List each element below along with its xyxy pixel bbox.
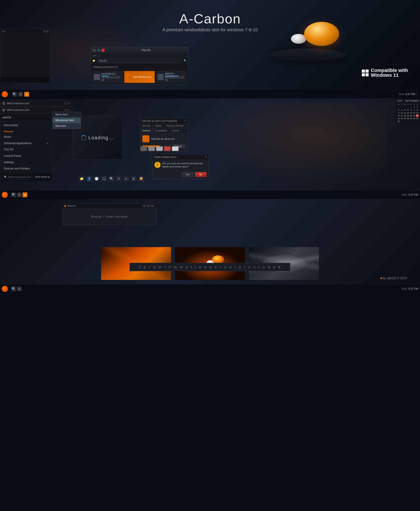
start-orb-3[interactable]	[2, 286, 8, 292]
included-label: 3 p r e m i u m w a l l p a p e r s a r …	[130, 263, 290, 271]
start-search-box[interactable]: 🔍	[2, 174, 32, 180]
start-orb-1[interactable]	[2, 91, 8, 97]
this-pc-title: This PC	[106, 49, 186, 52]
tb-icon-1[interactable]: 📁	[79, 176, 84, 181]
taskbar-lang-2: ENG	[402, 193, 407, 196]
props-close-icon[interactable]: ✕	[184, 119, 186, 122]
start-menu-item-devices[interactable]: Devices and Printers	[0, 165, 52, 172]
mini-win-btn-min[interactable]: _	[143, 205, 146, 207]
taskbar-show-desktop-1[interactable]	[417, 91, 418, 97]
win-btn-max[interactable]	[97, 49, 100, 52]
preview-content	[0, 34, 50, 76]
search-icon: 🔍	[4, 176, 7, 178]
props-app-icon	[142, 135, 150, 142]
app-subtitle: A premium windowblinds skin for windows …	[162, 27, 258, 32]
taskbar-icon-ie-2[interactable]: e	[22, 193, 27, 197]
mini-win-btn-rollup[interactable]: □	[147, 205, 150, 207]
color-swatch-2[interactable]	[148, 147, 155, 151]
delete-buttons: Yes No	[152, 171, 209, 179]
preview-win-max[interactable]	[46, 30, 49, 33]
start-menu-item-controlpanel[interactable]: Control Panel	[0, 153, 52, 159]
taskbar-1: 🔍 ⊞ e ENG 6:37 PM	[0, 90, 420, 98]
taskbar-lang-3: ENG	[402, 288, 407, 290]
props-title-text: Side Bar by adni1.exe Properties	[142, 120, 177, 122]
props-tab-details[interactable]: Details	[153, 124, 164, 128]
tb-icon-9[interactable]: 📦	[138, 176, 144, 181]
start-menu-pictures-header: Pictures	[0, 128, 52, 133]
win-btn-close[interactable]	[102, 49, 105, 52]
delete-yes-button[interactable]: Yes	[181, 172, 194, 177]
drive-item-e[interactable]: ADNI (E:) 599 GB free of 1.81 TB	[156, 71, 187, 83]
props-icon-row: Side Bar by adni1.exe	[142, 135, 186, 142]
tb-icon-7[interactable]: ➤	[123, 176, 129, 181]
taskbar-icon-ie[interactable]: e	[24, 92, 29, 97]
delete-close-icon[interactable]: ✕	[205, 156, 207, 158]
start-menu-items: Documents Pictures Music Universal Appli…	[0, 121, 52, 172]
context-menu-item-2[interactable]: Mouseover item	[53, 118, 81, 123]
tb-icon-2[interactable]: 👤	[86, 176, 92, 181]
drive-item-c[interactable]: Local Disk (C:) 145 GB free of 232 GB	[92, 71, 123, 83]
app-title: A-Carbon	[162, 11, 258, 26]
color-swatch-4[interactable]	[164, 147, 171, 151]
preview-titlebar: Nox	[0, 29, 50, 34]
color-swatch-3[interactable]	[156, 147, 163, 151]
preview-window-topleft: Nox	[0, 29, 50, 83]
taskbar-time-3: 6:37 PM	[408, 287, 418, 290]
context-menu-item-1[interactable]: Menu item	[53, 112, 81, 118]
start-orb-2[interactable]	[2, 192, 8, 198]
search-programs-input[interactable]	[8, 176, 31, 178]
props-tab-previous[interactable]: Previous Versions	[164, 124, 186, 128]
delete-dialog: Delete Multiple Items ✕ ! Are you sure y…	[152, 154, 209, 179]
this-pc-titlebar: This PC	[91, 47, 188, 53]
delete-no-button[interactable]: No	[195, 172, 207, 177]
color-swatch-5[interactable]	[172, 147, 179, 151]
drives-label: Devices and drives (7)	[92, 65, 187, 70]
top-banner: A-Carbon A premium windowblinds skin for…	[0, 0, 420, 90]
tb-icon-5[interactable]: 🔍	[108, 176, 114, 181]
taskbar-icon-search-2[interactable]: 🔍	[11, 193, 16, 197]
preview-win-min[interactable]	[43, 30, 45, 33]
props-tab-archive[interactable]: Archive	[170, 128, 181, 133]
start-menu-user: admi18	[2, 116, 11, 119]
mini-dot	[64, 205, 66, 207]
color-swatches	[140, 147, 179, 151]
start-menu-item-thispc[interactable]: This PC	[0, 146, 52, 153]
notif-bar-1: WinCustomize.com 12:34	[0, 100, 72, 106]
taskbar-icon-apps[interactable]: ⊞	[18, 92, 23, 97]
win11-logo	[362, 70, 369, 76]
color-swatch-1[interactable]	[140, 147, 147, 151]
taskbar-icon-apps-3[interactable]: ⊞	[17, 286, 22, 291]
shutdown-arrow-icon[interactable]: ▶	[48, 176, 50, 178]
drive-name-c: Local Disk (C:)	[101, 73, 121, 75]
mini-win-btn-close[interactable]: ✕	[151, 205, 154, 207]
tb-icon-6[interactable]: ⚙	[116, 176, 122, 181]
cal-header: 2019 SEPTEMBER	[397, 100, 419, 102]
drive-icon-c	[94, 74, 100, 80]
middle-taskbar-icons: 📁 👤 🕐 🎧 🔍 ⚙ ➤ 🗑 📦	[79, 176, 144, 181]
props-tab-security[interactable]: Security	[140, 124, 153, 128]
taskbar-icon-search[interactable]: 🔍	[12, 92, 17, 97]
context-menu-item-3[interactable]: New item	[53, 123, 81, 129]
address-field[interactable]: This PC	[97, 59, 182, 63]
start-menu-item-documents[interactable]: Documents	[0, 122, 52, 128]
start-menu-item-music[interactable]: Music	[0, 133, 52, 140]
this-pc-toolbar: ◀ ▶ ▲	[91, 53, 188, 58]
taskbar-right-1: ENG 6:37 PM	[399, 91, 418, 97]
props-tab-general[interactable]: General	[140, 128, 153, 133]
props-tab-compatibility[interactable]: Compatibility	[153, 128, 170, 133]
start-menu-item-universal-apps[interactable]: Universal Applications ▶	[0, 140, 52, 146]
drive-name-dvd: DVD RW Drive (k:)	[133, 76, 153, 78]
tb-icon-4[interactable]: 🎧	[101, 176, 107, 181]
tb-icon-8[interactable]: 🗑	[131, 176, 136, 181]
drive-item-dvd[interactable]: DVD RW Drive (k:)	[124, 71, 155, 83]
start-menu: admi18 Documents Pictures Music Universa…	[0, 113, 52, 181]
mini-this-pc-window: This PC _ □ ✕ Rollup / Down window	[62, 203, 156, 225]
win-btn-min[interactable]	[93, 49, 96, 52]
taskbar-icon-apps-2[interactable]: ⊞	[17, 193, 22, 197]
start-menu-item-settings[interactable]: Settings	[0, 159, 52, 165]
cal-grid: M T W T F S S 7 1 2 3 4 5 6 7 8 9 10 11 …	[397, 103, 419, 123]
taskbar-icon-search-3[interactable]: 🔍	[11, 286, 16, 291]
drive-info-dvd: DVD RW Drive (k:)	[133, 76, 153, 78]
tb-icon-3[interactable]: 🕐	[94, 176, 99, 181]
taskbar-right-3: ENG 6:37 PM	[402, 287, 418, 290]
